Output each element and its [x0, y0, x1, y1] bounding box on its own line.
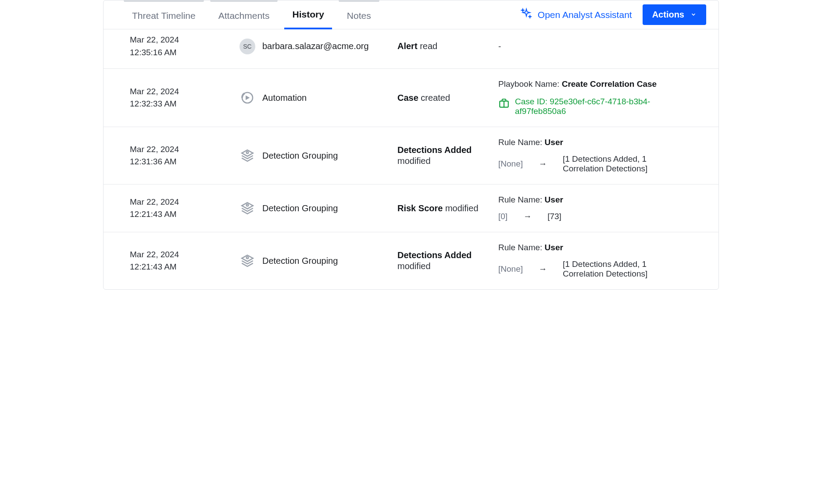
row-event: Alert read — [397, 41, 498, 51]
row-details: Playbook Name: Create Correlation Case C… — [498, 79, 706, 116]
open-analyst-assistant-link[interactable]: Open Analyst Assistant — [520, 7, 632, 22]
row-event: Risk Score modified — [397, 203, 498, 213]
tab-history[interactable]: History — [284, 0, 332, 29]
topbar-actions: Open Analyst Assistant Actions — [520, 4, 706, 25]
row-timestamp: Mar 22, 2024 12:32:33 AM — [130, 85, 239, 110]
row-details: Rule Name: User [None] → [1 Detections A… — [498, 243, 706, 279]
row-timestamp: Mar 22, 2024 12:21:43 AM — [130, 196, 239, 221]
actor-name: Detection Grouping — [262, 203, 338, 213]
svg-point-3 — [247, 204, 249, 206]
row-event: Detections Added modified — [397, 250, 498, 271]
change-to: [1 Detections Added, 1 Correlation Detec… — [563, 259, 659, 279]
history-row: Mar 22, 2024 12:21:43 AM Detection Group… — [104, 232, 718, 289]
stack-icon — [239, 148, 255, 163]
row-event: Detections Added modified — [397, 145, 498, 166]
actions-button[interactable]: Actions — [643, 4, 706, 25]
tab-threat-timeline[interactable]: Threat Timeline — [124, 0, 204, 29]
change-to: [73] — [547, 212, 561, 221]
change-from: [None] — [498, 159, 523, 169]
arrow-right-icon: → — [523, 212, 532, 221]
row-timestamp: Mar 22, 2024 12:35:16 AM — [130, 34, 239, 59]
row-details: Rule Name: User [None] → [1 Detections A… — [498, 138, 706, 174]
row-actor: Detection Grouping — [239, 253, 397, 269]
assistant-label: Open Analyst Assistant — [538, 10, 632, 20]
actor-name: Detection Grouping — [262, 256, 338, 266]
topbar: Threat Timeline Attachments History Note… — [104, 0, 718, 29]
sparkle-icon — [520, 7, 533, 22]
history-row: Mar 22, 2024 12:21:43 AM Detection Group… — [104, 185, 718, 232]
row-actor: Detection Grouping — [239, 200, 397, 216]
row-timestamp: Mar 22, 2024 12:21:43 AM — [130, 248, 239, 273]
stack-icon — [239, 200, 255, 216]
automation-icon — [239, 90, 255, 106]
row-details: Rule Name: User [0] → [73] — [498, 195, 706, 221]
change-from: [None] — [498, 264, 523, 274]
actions-label: Actions — [652, 10, 684, 20]
case-id-link[interactable]: Case ID: 925e30ef-c6c7-4718-b3b4-af97feb… — [515, 97, 682, 116]
row-event: Case created — [397, 93, 498, 103]
actor-name: Detection Grouping — [262, 151, 338, 161]
arrow-right-icon: → — [539, 159, 547, 169]
tab-attachments[interactable]: Attachments — [210, 0, 278, 29]
change-to: [1 Detections Added, 1 Correlation Detec… — [563, 154, 659, 174]
history-row: Mar 22, 2024 12:32:33 AM Automation Case… — [104, 69, 718, 127]
row-actor: Automation — [239, 90, 397, 106]
chevron-down-icon — [690, 10, 697, 20]
row-details: - — [498, 42, 706, 51]
row-timestamp: Mar 22, 2024 12:31:36 AM — [130, 143, 239, 168]
history-row: Mar 22, 2024 12:31:36 AM Detection Group… — [104, 127, 718, 185]
tabs: Threat Timeline Attachments History Note… — [104, 0, 379, 29]
history-rows: Mar 22, 2024 12:35:16 AM SC barbara.sala… — [104, 29, 718, 289]
avatar: SC — [239, 39, 255, 54]
actor-name: barbara.salazar@acme.org — [262, 41, 369, 51]
row-actor: SC barbara.salazar@acme.org — [239, 39, 397, 54]
tab-notes[interactable]: Notes — [339, 0, 379, 29]
stack-icon — [239, 253, 255, 269]
arrow-right-icon: → — [539, 264, 547, 274]
history-row: Mar 22, 2024 12:35:16 AM SC barbara.sala… — [104, 29, 718, 69]
svg-point-2 — [247, 152, 249, 154]
actor-name: Automation — [262, 93, 307, 103]
row-actor: Detection Grouping — [239, 148, 397, 163]
history-panel: Threat Timeline Attachments History Note… — [103, 0, 719, 290]
briefcase-icon — [498, 98, 510, 111]
svg-point-4 — [247, 257, 249, 259]
change-from: [0] — [498, 212, 507, 221]
